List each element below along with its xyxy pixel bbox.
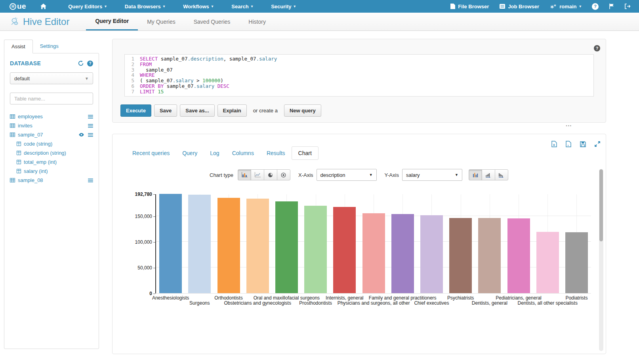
table-filter-input[interactable] <box>10 93 93 104</box>
sign-out-icon[interactable] <box>625 4 630 9</box>
tab-results[interactable]: Results <box>260 147 292 159</box>
eye-icon[interactable] <box>78 133 84 136</box>
new-query-button[interactable]: New query <box>284 104 321 117</box>
app-title[interactable]: Hive Editor <box>10 13 69 30</box>
explain-button[interactable]: Explain <box>217 104 247 117</box>
hue-logo-text: ue <box>17 2 26 11</box>
topnav-data-browsers[interactable]: Data Browsers ▾ <box>116 0 174 13</box>
file-icon <box>450 4 455 9</box>
export-excel-icon[interactable]: x <box>551 141 557 147</box>
pie-chart-icon <box>267 173 273 178</box>
bar-slot: Chief executives <box>417 194 446 293</box>
bar-9[interactable] <box>391 214 414 293</box>
tab-history[interactable]: History <box>239 13 275 30</box>
export-csv-icon[interactable]: , <box>566 141 571 147</box>
line-number: 7 <box>125 89 134 95</box>
column-icon <box>17 151 21 155</box>
refresh-icon[interactable] <box>78 61 84 66</box>
save-results-icon[interactable] <box>580 141 586 147</box>
table-menu-icon[interactable] <box>88 178 93 182</box>
bar-7[interactable] <box>333 207 356 293</box>
job-browser-link[interactable]: Job Browser <box>500 4 539 9</box>
bar-15[interactable] <box>565 232 588 293</box>
tab-recent-queries[interactable]: Recent queries <box>126 147 176 159</box>
scrollbar-thumb[interactable] <box>599 169 603 241</box>
bar-1[interactable] <box>159 194 182 293</box>
tab-chart[interactable]: Chart <box>292 146 319 160</box>
panel-resize-handle[interactable]: ... <box>566 122 572 126</box>
topnav-search[interactable]: Search ▾ <box>222 0 262 13</box>
tab-my-queries[interactable]: My Queries <box>138 13 185 30</box>
code-line: WHERE <box>140 72 277 78</box>
help-icon[interactable]: ? <box>592 3 599 10</box>
chart-type-line-button[interactable] <box>251 169 264 180</box>
table-row-sample-07[interactable]: sample_07 <box>10 130 93 139</box>
table-row-invites[interactable]: invites <box>10 121 93 130</box>
tab-query-editor[interactable]: Query Editor <box>86 13 138 30</box>
tab-columns[interactable]: Columns <box>226 147 260 159</box>
file-browser-link[interactable]: File Browser <box>450 4 489 9</box>
save-as-button[interactable]: Save as... <box>180 104 214 117</box>
x-axis-label: Internists, general <box>326 295 363 301</box>
bar-13[interactable] <box>507 218 530 293</box>
x-axis-label: Family and general practitioners <box>369 295 437 301</box>
save-button[interactable]: Save <box>154 104 177 117</box>
column-row-salary[interactable]: salary (int) <box>10 167 93 176</box>
user-menu[interactable]: romain ▾ <box>550 4 581 9</box>
line-chart-icon <box>254 172 261 178</box>
sort-ascending-button[interactable] <box>482 169 495 180</box>
chart-type-pie-button[interactable] <box>264 169 277 180</box>
execute-button[interactable]: Execute <box>120 104 151 117</box>
chevron-down-icon: ▾ <box>579 5 581 8</box>
home-icon[interactable] <box>40 4 46 9</box>
help-icon[interactable]: ? <box>594 45 600 51</box>
table-menu-icon[interactable] <box>88 124 93 128</box>
x-axis-select[interactable]: description ▼ <box>317 169 377 181</box>
bar-4[interactable] <box>246 199 269 293</box>
tab-assist[interactable]: Assist <box>4 40 33 53</box>
bar-5[interactable] <box>275 201 298 293</box>
tab-saved-queries[interactable]: Saved Queries <box>185 13 240 30</box>
x-axis-label: Dentists, general <box>472 300 507 306</box>
vertical-scrollbar[interactable] <box>599 169 603 351</box>
database-select[interactable]: default ▼ <box>10 72 93 84</box>
topnav-query-editors[interactable]: Query Editors ▾ <box>59 0 116 13</box>
chevron-down-icon: ▾ <box>105 5 107 8</box>
chart-type-map-button[interactable] <box>277 169 290 180</box>
sql-editor[interactable]: 1234567 SELECT sample_07.description, sa… <box>124 54 594 97</box>
help-icon[interactable]: ? <box>87 61 93 66</box>
bar-11[interactable] <box>449 218 472 293</box>
column-row-total-emp[interactable]: total_emp (int) <box>10 157 93 167</box>
hue-logo[interactable]: H ue <box>10 2 26 11</box>
table-menu-icon[interactable] <box>88 133 93 137</box>
chart-type-bars-button[interactable] <box>238 169 251 180</box>
tab-settings[interactable]: Settings <box>33 40 66 53</box>
bar-14[interactable] <box>536 232 559 293</box>
column-row-description[interactable]: description (string) <box>10 148 93 157</box>
bar-3[interactable] <box>217 198 240 293</box>
column-row-code[interactable]: code (string) <box>10 139 93 148</box>
topnav-workflows[interactable]: Workflows ▾ <box>174 0 222 13</box>
sort-none-button[interactable] <box>469 169 482 180</box>
topnav-security[interactable]: Security ▾ <box>262 0 305 13</box>
flag-icon[interactable] <box>609 4 614 9</box>
expand-icon[interactable] <box>595 141 600 147</box>
results-tabs: Recent queries Query Log Columns Results… <box>126 146 319 160</box>
chevron-down-icon: ▼ <box>369 173 373 177</box>
bar-8[interactable] <box>362 213 385 293</box>
sql-token: .salary <box>256 56 277 62</box>
table-row-sample-08[interactable]: sample_08 <box>10 176 93 185</box>
table-row-employees[interactable]: employees <box>10 112 93 121</box>
line-number: 1 <box>125 56 134 62</box>
table-menu-icon[interactable] <box>88 115 93 119</box>
bar-12[interactable] <box>478 218 501 293</box>
bar-10[interactable] <box>420 215 443 293</box>
tab-query[interactable]: Query <box>176 147 204 159</box>
bar-2[interactable] <box>188 195 211 293</box>
y-axis-select[interactable]: salary ▼ <box>402 169 462 181</box>
sql-token: LIMIT <box>140 89 155 95</box>
sort-descending-button[interactable] <box>495 169 508 180</box>
bar-6[interactable] <box>304 206 327 293</box>
tab-log[interactable]: Log <box>204 147 225 159</box>
query-editor-card: ? 1234567 SELECT sample_07.description, … <box>112 39 606 123</box>
